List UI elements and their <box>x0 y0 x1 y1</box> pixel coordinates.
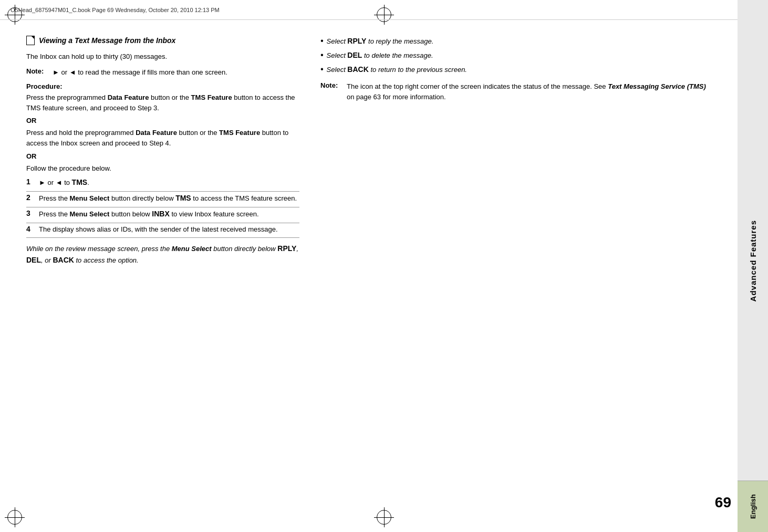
bullet-text-2: Select DEL to delete the message. <box>327 50 433 61</box>
english-tab: English <box>738 481 768 532</box>
bullet-item-1: • Select RPLY to reply the message. <box>320 36 711 47</box>
note-row: Note: ► or ◄ to read the message if fill… <box>26 67 299 78</box>
procedure-text-3: Follow the procedure below. <box>26 163 299 174</box>
step-2-number: 2 <box>26 193 35 204</box>
step-2-text: Press the Menu Select button directly be… <box>39 193 297 204</box>
procedure-label: Procedure: <box>26 82 299 90</box>
sidebar-title: Advanced Features <box>749 220 757 301</box>
bullet-item-2: • Select DEL to delete the message. <box>320 50 711 61</box>
note-text: ► or ◄ to read the message if fills more… <box>53 67 227 78</box>
bullet-text-3: Select BACK to return to the previous sc… <box>327 64 467 75</box>
procedure-text-2: Press and hold the preprogrammed Data Fe… <box>26 128 299 149</box>
bullet-dot-1: • <box>320 36 324 47</box>
right-note-text: The icon at the top right corner of the … <box>347 81 711 102</box>
step-4-text: The display shows alias or IDs, with the… <box>39 224 278 235</box>
italic-block: While on the review message screen, pres… <box>26 243 299 266</box>
step-1-text: ► or ◄ to TMS. <box>39 177 89 188</box>
step-1-number: 1 <box>26 177 35 188</box>
left-column: Viewing a Text Message from the Inbox Th… <box>26 36 299 511</box>
right-column: • Select RPLY to reply the message. • Se… <box>320 36 711 511</box>
section-title: Viewing a Text Message from the Inbox <box>26 36 299 45</box>
step-3-row: 3 Press the Menu Select button below INB… <box>26 208 299 223</box>
bullet-dot-2: • <box>320 50 324 61</box>
right-note-label: Note: <box>320 81 343 102</box>
right-note-row: Note: The icon at the top right corner o… <box>320 81 711 102</box>
or-text-2: OR <box>26 152 299 160</box>
header-text: O5Head_6875947M01_C.book Page 69 Wednesd… <box>11 7 220 13</box>
section-title-text: Viewing a Text Message from the Inbox <box>39 36 175 45</box>
step-1-row: 1 ► or ◄ to TMS. <box>26 177 299 192</box>
sidebar: Advanced Features <box>738 0 768 532</box>
step-3-number: 3 <box>26 208 35 220</box>
main-content: Viewing a Text Message from the Inbox Th… <box>0 20 738 532</box>
header-bar: O5Head_6875947M01_C.book Page 69 Wednesd… <box>0 0 768 20</box>
intro-text: The Inbox can hold up to thirty (30) mes… <box>26 51 299 62</box>
step-4-number: 4 <box>26 224 35 235</box>
step-3-text: Press the Menu Select button below INBX … <box>39 208 259 220</box>
bullet-dot-3: • <box>320 64 324 75</box>
step-4-row: 4 The display shows alias or IDs, with t… <box>26 224 299 238</box>
english-label: English <box>749 494 757 519</box>
note-label: Note: <box>26 67 48 78</box>
bullet-list: • Select RPLY to reply the message. • Se… <box>320 36 711 75</box>
bullet-text-1: Select RPLY to reply the message. <box>327 36 434 47</box>
step-2-row: 2 Press the Menu Select button directly … <box>26 193 299 207</box>
procedure-text-1: Press the preprogrammed Data Feature but… <box>26 92 299 113</box>
or-text-1: OR <box>26 117 299 124</box>
doc-icon <box>26 36 35 45</box>
bullet-item-3: • Select BACK to return to the previous … <box>320 64 711 75</box>
